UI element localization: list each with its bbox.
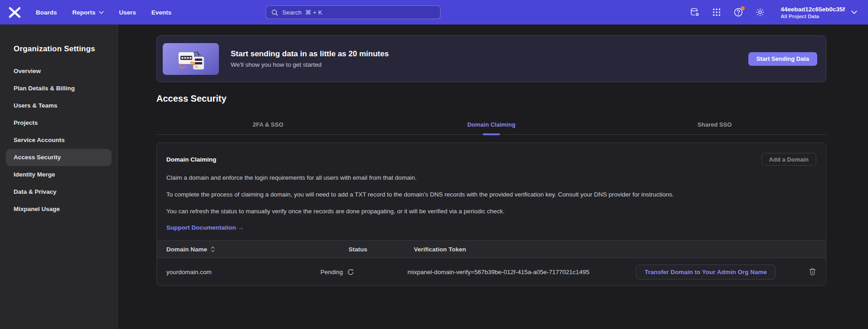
apps-grid-icon[interactable]	[712, 7, 722, 17]
mixpanel-logo-icon[interactable]	[8, 7, 21, 18]
sidebar-item-projects[interactable]: Projects	[6, 114, 112, 132]
status-cell: Pending	[320, 269, 388, 275]
tab-domain-claiming[interactable]: Domain Claiming	[380, 121, 603, 134]
status-value: Pending	[320, 269, 343, 275]
banner-subtitle: We'll show you how to get started	[231, 61, 389, 68]
settings-sidebar: Organization Settings Overview Plan Deta…	[0, 25, 118, 329]
sidebar-item-mixpanel-usage[interactable]: Mixpanel Usage	[6, 201, 112, 218]
nav-item-label: Events	[151, 9, 171, 16]
nav-item-events[interactable]: Events	[151, 9, 171, 16]
column-header-verification-token: Verification Token	[388, 246, 626, 253]
add-domain-button[interactable]: Add a Domain	[761, 153, 816, 166]
global-search[interactable]	[266, 5, 441, 19]
sort-icon[interactable]	[211, 246, 215, 252]
chevron-down-icon	[851, 10, 857, 14]
sidebar-item-users-teams[interactable]: Users & Teams	[6, 97, 112, 114]
onboarding-banner: Start sending data in as little as 20 mi…	[156, 35, 826, 82]
refresh-status-icon[interactable]	[347, 269, 354, 275]
domains-table-header: Domain Name Status Verification Token	[157, 240, 826, 258]
nav-item-boards[interactable]: Boards	[36, 9, 57, 16]
nav-item-reports[interactable]: Reports	[73, 9, 104, 16]
row-actions: Transfer Domain to Your Admin Org Name	[626, 265, 816, 280]
main-area: Start sending data in as little as 20 mi…	[118, 25, 868, 329]
domain-name-cell: yourdomain.com	[166, 269, 320, 275]
chevron-down-icon	[99, 11, 104, 14]
card-description-1: Claim a domain and enforce the login req…	[166, 173, 694, 182]
tab-2fa-sso[interactable]: 2FA & SSO	[156, 121, 380, 134]
notification-dot	[741, 6, 745, 10]
column-header-status: Status	[320, 246, 388, 253]
card-description-3: You can refresh the status to manually v…	[166, 206, 694, 216]
top-navbar: Boards Reports Users Events	[0, 0, 868, 25]
sidebar-title: Organization Settings	[14, 44, 117, 54]
account-switcher[interactable]: 44eebad12c65eb0c35f All Project Data	[781, 5, 857, 20]
column-label: Domain Name	[166, 246, 207, 253]
nav-item-label: Boards	[36, 9, 57, 16]
domain-table-row: yourdomain.com Pending mixpanel-domain-v…	[157, 258, 826, 285]
card-description-2: To complete the process of claiming a do…	[166, 190, 694, 199]
nav-item-users[interactable]: Users	[119, 9, 136, 16]
banner-title: Start sending data in as little as 20 mi…	[231, 49, 389, 59]
start-sending-data-button[interactable]: Start Sending Data	[748, 52, 817, 66]
primary-nav: Boards Reports Users Events	[36, 9, 171, 16]
sidebar-item-overview[interactable]: Overview	[6, 63, 112, 80]
domain-claiming-card: Domain Claiming Add a Domain Claim a dom…	[156, 142, 826, 286]
card-title: Domain Claiming	[166, 156, 216, 163]
transfer-domain-button[interactable]: Transfer Domain to Your Admin Org Name	[636, 265, 776, 280]
sidebar-item-identity-merge[interactable]: Identity Merge	[6, 166, 112, 183]
delete-domain-icon[interactable]	[809, 268, 816, 276]
search-input[interactable]	[282, 9, 435, 16]
banner-illustration	[163, 43, 219, 75]
nav-item-label: Reports	[73, 9, 96, 16]
sidebar-item-plan-details-billing[interactable]: Plan Details & Billing	[6, 80, 112, 97]
help-icon[interactable]	[733, 7, 743, 17]
data-management-icon[interactable]	[690, 7, 700, 17]
sidebar-item-data-privacy[interactable]: Data & Privacy	[6, 183, 112, 201]
verification-token-cell: mixpanel-domain-verify=567b39be-012f-415…	[388, 269, 626, 275]
page-title: Access Security	[156, 93, 826, 104]
project-name: All Project Data	[781, 13, 845, 20]
tab-shared-sso[interactable]: Shared SSO	[603, 121, 826, 134]
access-security-tabs: 2FA & SSO Domain Claiming Shared SSO	[156, 121, 826, 135]
support-documentation-link[interactable]: Support Documentation →	[166, 224, 244, 231]
sidebar-item-access-security[interactable]: Access Security	[6, 149, 112, 166]
sidebar-item-service-accounts[interactable]: Service Accounts	[6, 132, 112, 149]
column-header-domain-name[interactable]: Domain Name	[166, 246, 320, 253]
settings-gear-icon[interactable]	[755, 7, 765, 17]
nav-item-label: Users	[119, 9, 136, 16]
navbar-right-cluster: 44eebad12c65eb0c35f All Project Data	[690, 5, 857, 20]
org-id: 44eebad12c65eb0c35f	[781, 5, 845, 13]
sidebar-nav: Overview Plan Details & Billing Users & …	[0, 63, 117, 218]
search-icon	[271, 9, 278, 16]
